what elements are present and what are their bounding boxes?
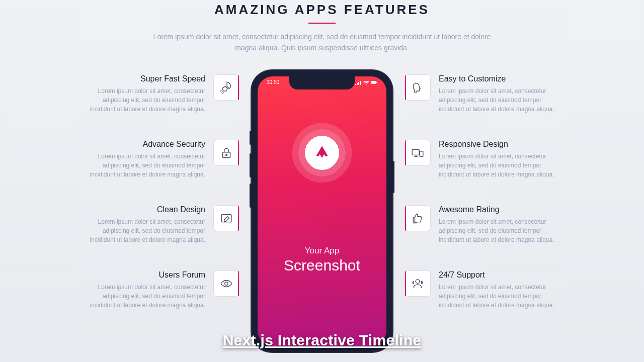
feature-customize: Easy to CustomizeLorem ipsum dolor sit a… (405, 74, 560, 114)
feature-security: Advance SecurityLorem ipsum dolor sit am… (84, 140, 239, 179)
rocket-icon (213, 74, 239, 101)
feature-desc: Lorem ipsum dolor sit amet, consectetur … (439, 152, 560, 179)
feature-clean-design: Clean DesignLorem ipsum dolor sit amet, … (84, 205, 239, 244)
feature-support: 24/7 SupportLorem ipsum dolor sit amet, … (405, 270, 560, 310)
feature-desc: Lorem ipsum dolor sit amet, consectetur … (439, 283, 560, 310)
feature-desc: Lorem ipsum dolor sit amet, consectetur … (84, 86, 205, 114)
feature-speed: Super Fast SpeedLorem ipsum dolor sit am… (84, 74, 239, 114)
devices-icon (405, 140, 431, 166)
phone-notch (289, 76, 355, 89)
feature-responsive: Responsive DesignLorem ipsum dolor sit a… (405, 140, 560, 179)
thumbs-icon (405, 205, 431, 231)
feature-desc: Lorem ipsum dolor sit amet, consectetur … (439, 217, 560, 244)
feature-users-forum: Users ForumLorem ipsum dolor sit amet, c… (84, 270, 239, 310)
app-logo-icon (313, 144, 331, 161)
feature-desc: Lorem ipsum dolor sit amet, consectetur … (84, 152, 205, 179)
feature-rating: Awesome RatingLorem ipsum dolor sit amet… (405, 205, 560, 244)
feature-title: 24/7 Support (439, 270, 560, 280)
feature-title: Super Fast Speed (84, 74, 205, 83)
section-title: AMAZING APPS FEATURES (214, 2, 430, 18)
title-underline (308, 23, 336, 24)
feature-desc: Lorem ipsum dolor sit amet, consectetur … (439, 86, 560, 114)
features-left-column: Super Fast SpeedLorem ipsum dolor sit am… (84, 74, 239, 352)
overlay-link[interactable]: Next.js Interactive Timeline (0, 332, 644, 349)
wifi-icon (363, 80, 369, 85)
feature-title: Users Forum (84, 270, 205, 280)
feature-title: Easy to Customize (439, 74, 560, 83)
head-icon (405, 74, 431, 101)
support-icon (405, 270, 431, 297)
app-logo-ring (284, 115, 360, 191)
statusbar-time: 10:50 (267, 79, 279, 85)
pencil-icon (213, 205, 239, 231)
feature-title: Clean Design (84, 205, 205, 214)
battery-icon (371, 80, 377, 85)
feature-title: Responsive Design (439, 140, 560, 149)
svg-rect-8 (376, 82, 377, 83)
eye-icon (213, 270, 239, 297)
feature-title: Advance Security (84, 140, 205, 149)
feature-title: Awesome Rating (439, 205, 560, 214)
section-subtitle: Lorem ipsum dolor sit amet, consectetur … (151, 32, 493, 53)
feature-desc: Lorem ipsum dolor sit amet, consectetur … (84, 283, 205, 310)
phone-text-line1: Your App (284, 246, 360, 256)
svg-rect-7 (371, 81, 376, 84)
lock-icon (213, 140, 239, 166)
signal-icon (355, 80, 361, 85)
features-grid: Super Fast SpeedLorem ipsum dolor sit am… (0, 74, 644, 352)
phone-text-line2: Screenshot (284, 257, 360, 274)
features-right-column: Easy to CustomizeLorem ipsum dolor sit a… (405, 74, 560, 352)
phone-mockup: 10:50 Your App Screenshot (249, 70, 395, 352)
feature-desc: Lorem ipsum dolor sit amet, consectetur … (84, 217, 205, 244)
